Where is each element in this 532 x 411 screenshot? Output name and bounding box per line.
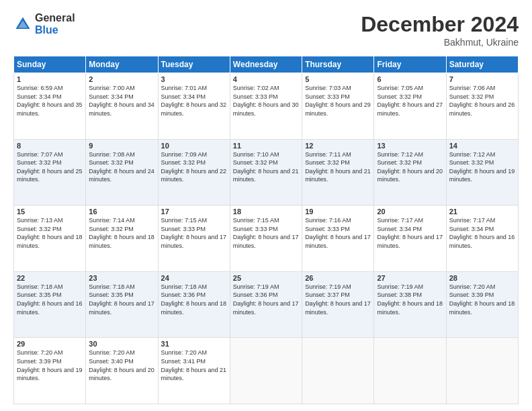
month-title: December 2024 bbox=[361, 12, 519, 37]
day-info: Sunrise: 6:59 AMSunset: 3:34 PMDaylight:… bbox=[17, 84, 83, 118]
day-number: 9 bbox=[89, 142, 154, 150]
calendar-cell: 17 Sunrise: 7:15 AMSunset: 3:33 PMDaylig… bbox=[158, 205, 230, 272]
day-info: Sunrise: 7:20 AMSunset: 3:39 PMDaylight:… bbox=[449, 283, 515, 316]
calendar-cell: 5 Sunrise: 7:03 AMSunset: 3:33 PMDayligh… bbox=[302, 73, 374, 140]
calendar-cell: 7 Sunrise: 7:06 AMSunset: 3:32 PMDayligh… bbox=[446, 73, 518, 140]
day-info: Sunrise: 7:06 AMSunset: 3:32 PMDaylight:… bbox=[449, 84, 515, 118]
calendar-cell: 30 Sunrise: 7:20 AMSunset: 3:40 PMDaylig… bbox=[86, 338, 158, 404]
calendar-cell: 12 Sunrise: 7:11 AMSunset: 3:32 PMDaylig… bbox=[302, 139, 374, 205]
col-header-saturday: Saturday bbox=[446, 56, 518, 73]
calendar-cell: 29 Sunrise: 7:20 AMSunset: 3:39 PMDaylig… bbox=[14, 338, 86, 404]
calendar-cell: 22 Sunrise: 7:18 AMSunset: 3:35 PMDaylig… bbox=[14, 271, 86, 338]
day-number: 19 bbox=[305, 208, 371, 216]
calendar-cell bbox=[230, 338, 302, 404]
day-info: Sunrise: 7:20 AMSunset: 3:40 PMDaylight:… bbox=[89, 349, 154, 382]
day-number: 12 bbox=[305, 142, 371, 150]
calendar-cell: 13 Sunrise: 7:12 AMSunset: 3:32 PMDaylig… bbox=[374, 139, 446, 205]
page: General Blue December 2024 Bakhmut, Ukra… bbox=[0, 0, 532, 411]
day-number: 13 bbox=[377, 142, 443, 150]
day-number: 10 bbox=[161, 142, 227, 150]
week-row-3: 15 Sunrise: 7:13 AMSunset: 3:32 PMDaylig… bbox=[14, 205, 519, 272]
day-number: 1 bbox=[17, 75, 83, 83]
calendar-cell: 18 Sunrise: 7:15 AMSunset: 3:33 PMDaylig… bbox=[230, 205, 302, 272]
calendar-cell bbox=[446, 338, 518, 404]
day-number: 24 bbox=[161, 274, 227, 282]
day-number: 18 bbox=[233, 208, 299, 216]
day-number: 28 bbox=[449, 274, 515, 282]
calendar-cell: 20 Sunrise: 7:17 AMSunset: 3:34 PMDaylig… bbox=[374, 205, 446, 272]
calendar-cell: 6 Sunrise: 7:05 AMSunset: 3:32 PMDayligh… bbox=[374, 73, 446, 140]
calendar-cell: 11 Sunrise: 7:10 AMSunset: 3:32 PMDaylig… bbox=[230, 139, 302, 205]
calendar-cell: 21 Sunrise: 7:17 AMSunset: 3:34 PMDaylig… bbox=[446, 205, 518, 272]
day-number: 29 bbox=[17, 340, 83, 348]
logo-blue-text: Blue bbox=[35, 24, 75, 36]
calendar-cell: 1 Sunrise: 6:59 AMSunset: 3:34 PMDayligh… bbox=[14, 73, 86, 140]
week-row-1: 1 Sunrise: 6:59 AMSunset: 3:34 PMDayligh… bbox=[14, 73, 519, 140]
calendar-cell: 27 Sunrise: 7:19 AMSunset: 3:38 PMDaylig… bbox=[374, 271, 446, 338]
day-info: Sunrise: 7:16 AMSunset: 3:33 PMDaylight:… bbox=[305, 216, 371, 250]
day-info: Sunrise: 7:18 AMSunset: 3:35 PMDaylight:… bbox=[17, 283, 83, 316]
day-number: 5 bbox=[305, 75, 371, 83]
week-row-5: 29 Sunrise: 7:20 AMSunset: 3:39 PMDaylig… bbox=[14, 338, 519, 404]
calendar-cell: 10 Sunrise: 7:09 AMSunset: 3:32 PMDaylig… bbox=[158, 139, 230, 205]
col-header-monday: Monday bbox=[86, 56, 158, 73]
calendar-cell: 16 Sunrise: 7:14 AMSunset: 3:32 PMDaylig… bbox=[86, 205, 158, 272]
calendar-cell: 4 Sunrise: 7:02 AMSunset: 3:33 PMDayligh… bbox=[230, 73, 302, 140]
calendar-cell: 2 Sunrise: 7:00 AMSunset: 3:34 PMDayligh… bbox=[86, 73, 158, 140]
day-number: 7 bbox=[449, 75, 515, 83]
calendar-cell: 3 Sunrise: 7:01 AMSunset: 3:34 PMDayligh… bbox=[158, 73, 230, 140]
day-number: 17 bbox=[161, 208, 227, 216]
day-info: Sunrise: 7:07 AMSunset: 3:32 PMDaylight:… bbox=[17, 150, 83, 184]
day-info: Sunrise: 7:19 AMSunset: 3:36 PMDaylight:… bbox=[233, 283, 299, 316]
calendar-cell: 8 Sunrise: 7:07 AMSunset: 3:32 PMDayligh… bbox=[14, 139, 86, 205]
day-info: Sunrise: 7:17 AMSunset: 3:34 PMDaylight:… bbox=[449, 216, 515, 250]
logo-text: General Blue bbox=[35, 12, 75, 36]
calendar-cell: 25 Sunrise: 7:19 AMSunset: 3:36 PMDaylig… bbox=[230, 271, 302, 338]
calendar-cell: 23 Sunrise: 7:18 AMSunset: 3:35 PMDaylig… bbox=[86, 271, 158, 338]
calendar-cell: 9 Sunrise: 7:08 AMSunset: 3:32 PMDayligh… bbox=[86, 139, 158, 205]
day-info: Sunrise: 7:15 AMSunset: 3:33 PMDaylight:… bbox=[161, 216, 227, 250]
week-row-2: 8 Sunrise: 7:07 AMSunset: 3:32 PMDayligh… bbox=[14, 139, 519, 205]
day-info: Sunrise: 7:02 AMSunset: 3:33 PMDaylight:… bbox=[233, 84, 299, 118]
day-info: Sunrise: 7:19 AMSunset: 3:37 PMDaylight:… bbox=[305, 283, 371, 316]
day-number: 11 bbox=[233, 142, 299, 150]
calendar-cell bbox=[374, 338, 446, 404]
day-info: Sunrise: 7:01 AMSunset: 3:34 PMDaylight:… bbox=[161, 84, 227, 118]
day-number: 26 bbox=[305, 274, 371, 282]
day-number: 6 bbox=[377, 75, 443, 83]
calendar-cell: 24 Sunrise: 7:18 AMSunset: 3:36 PMDaylig… bbox=[158, 271, 230, 338]
day-number: 22 bbox=[17, 274, 83, 282]
col-header-wednesday: Wednesday bbox=[230, 56, 302, 73]
day-number: 8 bbox=[17, 142, 83, 150]
day-info: Sunrise: 7:20 AMSunset: 3:41 PMDaylight:… bbox=[161, 349, 227, 382]
day-number: 25 bbox=[233, 274, 299, 282]
day-number: 15 bbox=[17, 208, 83, 216]
day-info: Sunrise: 7:15 AMSunset: 3:33 PMDaylight:… bbox=[233, 216, 299, 250]
day-info: Sunrise: 7:05 AMSunset: 3:32 PMDaylight:… bbox=[377, 84, 443, 118]
logo-general-text: General bbox=[35, 12, 75, 24]
day-info: Sunrise: 7:00 AMSunset: 3:34 PMDaylight:… bbox=[89, 84, 154, 118]
week-row-4: 22 Sunrise: 7:18 AMSunset: 3:35 PMDaylig… bbox=[14, 271, 519, 338]
calendar-cell: 28 Sunrise: 7:20 AMSunset: 3:39 PMDaylig… bbox=[446, 271, 518, 338]
col-header-tuesday: Tuesday bbox=[158, 56, 230, 73]
day-info: Sunrise: 7:18 AMSunset: 3:36 PMDaylight:… bbox=[161, 283, 227, 316]
day-info: Sunrise: 7:03 AMSunset: 3:33 PMDaylight:… bbox=[305, 84, 371, 118]
calendar-cell: 14 Sunrise: 7:12 AMSunset: 3:32 PMDaylig… bbox=[446, 139, 518, 205]
calendar-cell bbox=[302, 338, 374, 404]
day-number: 27 bbox=[377, 274, 443, 282]
day-info: Sunrise: 7:18 AMSunset: 3:35 PMDaylight:… bbox=[89, 283, 154, 316]
day-number: 23 bbox=[89, 274, 154, 282]
day-info: Sunrise: 7:09 AMSunset: 3:32 PMDaylight:… bbox=[161, 150, 227, 184]
calendar-cell: 31 Sunrise: 7:20 AMSunset: 3:41 PMDaylig… bbox=[158, 338, 230, 404]
day-number: 14 bbox=[449, 142, 515, 150]
day-info: Sunrise: 7:10 AMSunset: 3:32 PMDaylight:… bbox=[233, 150, 299, 184]
day-number: 30 bbox=[89, 340, 154, 348]
calendar-cell: 26 Sunrise: 7:19 AMSunset: 3:37 PMDaylig… bbox=[302, 271, 374, 338]
day-info: Sunrise: 7:11 AMSunset: 3:32 PMDaylight:… bbox=[305, 150, 371, 184]
day-info: Sunrise: 7:13 AMSunset: 3:32 PMDaylight:… bbox=[17, 216, 83, 250]
logo: General Blue bbox=[13, 12, 75, 36]
day-info: Sunrise: 7:19 AMSunset: 3:38 PMDaylight:… bbox=[377, 283, 443, 316]
calendar-table: SundayMondayTuesdayWednesdayThursdayFrid… bbox=[13, 56, 519, 404]
title-block: December 2024 Bakhmut, Ukraine bbox=[361, 12, 519, 48]
day-number: 20 bbox=[377, 208, 443, 216]
